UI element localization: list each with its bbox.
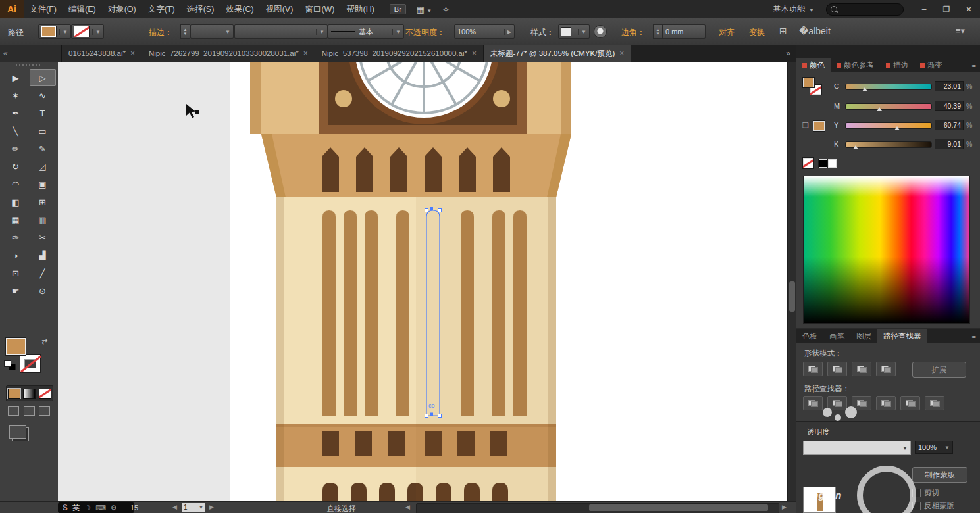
panel-menu-icon[interactable]: ≡ — [967, 329, 980, 343]
slider-handle[interactable] — [853, 145, 858, 149]
settings-icon[interactable]: ⚙ — [111, 504, 117, 512]
paintbrush-tool[interactable]: ✏ — [3, 140, 29, 157]
menu-item[interactable]: 选择(S) — [181, 0, 220, 18]
default-colors-icon[interactable] — [5, 361, 15, 370]
scissors-tool[interactable]: ✂ — [30, 229, 56, 246]
menu-item[interactable]: 对象(O) — [102, 0, 142, 18]
slider-handle[interactable] — [877, 107, 882, 111]
transform-panel-link[interactable]: 变换 — [749, 27, 765, 38]
color-mode-button[interactable] — [9, 389, 20, 398]
exclude-button[interactable] — [876, 362, 896, 376]
zoom-tool[interactable]: ⊙ — [30, 282, 56, 299]
recolor-artwork-icon[interactable] — [594, 25, 607, 38]
opacity-dropdown[interactable]: 100%▶ — [454, 24, 515, 39]
divide-button[interactable] — [803, 396, 823, 410]
pen-tool[interactable]: ✒ — [3, 105, 29, 122]
transform-grid-icon[interactable]: ⊞ — [779, 26, 787, 36]
fill-color-dropdown[interactable]: ▼ — [38, 24, 71, 39]
menu-item[interactable]: 视图(V) — [260, 0, 299, 18]
change-screen-mode-button[interactable] — [9, 425, 26, 439]
collapse-toolbar-icon[interactable]: « — [0, 45, 62, 62]
align-objects-icon[interactable]: �albeit — [799, 26, 831, 36]
search-input[interactable] — [826, 3, 904, 16]
draw-normal-button[interactable] — [8, 406, 19, 416]
rotate-tool[interactable]: ↻ — [3, 158, 29, 175]
stroke-color-swatch[interactable] — [20, 355, 40, 372]
magic-wand-tool[interactable]: ✶ — [3, 87, 29, 104]
stroke-color-dropdown[interactable]: ▼ — [71, 24, 104, 39]
magenta-slider[interactable] — [845, 103, 932, 110]
crop-button[interactable] — [876, 396, 896, 410]
lasso-tool[interactable]: ∿ — [30, 87, 56, 104]
close-button[interactable]: ✕ — [958, 0, 980, 18]
transparency-opacity-field[interactable]: 100%▼ — [915, 441, 953, 454]
clock-section[interactable] — [250, 62, 571, 134]
tab-close-icon[interactable]: × — [619, 49, 624, 58]
width-tool[interactable]: ◠ — [3, 176, 29, 193]
document-tab[interactable]: Nipic_7262799_20190920103330028031.ai* × — [142, 45, 315, 62]
top-anchor[interactable] — [430, 207, 433, 210]
panel-tab[interactable]: 画笔 — [823, 329, 850, 343]
menu-item[interactable]: 文件(F) — [24, 0, 63, 18]
white-swatch[interactable] — [828, 159, 837, 168]
direct-selection-tool[interactable]: ▷ — [30, 69, 56, 86]
slice-tool[interactable]: ╱ — [30, 264, 56, 281]
scale-tool[interactable]: ◿ — [30, 158, 56, 175]
color-spectrum[interactable] — [803, 176, 970, 324]
perspective-grid-tool[interactable]: ⊞ — [30, 193, 56, 210]
stroke-width-stepper[interactable]: ▲▼ — [180, 24, 190, 39]
make-mask-button[interactable]: 制作蒙版 — [912, 467, 967, 483]
minus-front-button[interactable] — [827, 362, 847, 376]
tab-close-icon[interactable]: × — [472, 49, 477, 58]
panel-menu-icon[interactable]: ≡ — [967, 58, 980, 72]
slider-handle[interactable] — [894, 126, 900, 130]
vertical-scrollbar[interactable] — [787, 62, 796, 501]
artboard-tool[interactable]: ⊡ — [3, 264, 29, 281]
cyan-slider[interactable] — [845, 84, 932, 90]
black-swatch[interactable] — [819, 159, 827, 168]
minus-back-button[interactable] — [925, 396, 944, 410]
horizontal-scrollbar-thumb[interactable] — [589, 504, 768, 511]
panel-fill-swatch[interactable] — [803, 78, 814, 87]
unite-button[interactable] — [803, 362, 823, 376]
prev-artboard-icon[interactable]: ◀ — [172, 504, 177, 510]
panel-tab[interactable]: 描边 — [880, 58, 914, 72]
rectangle-tool[interactable]: ▭ — [30, 122, 56, 139]
outline-button[interactable] — [900, 396, 920, 410]
panel-tab[interactable]: 色板 — [796, 329, 823, 343]
expand-button[interactable]: 扩展 — [912, 362, 966, 378]
scroll-left-icon[interactable]: ◀ — [405, 504, 410, 510]
next-artboard-icon[interactable]: ▶ — [209, 504, 214, 510]
corner-value-field[interactable]: 0 mm — [662, 24, 706, 39]
scroll-right-icon[interactable]: ▶ — [782, 504, 787, 510]
moon-icon[interactable]: ☽ — [84, 504, 91, 512]
selection-tool[interactable]: ▶ — [3, 69, 29, 86]
horizontal-scrollbar[interactable] — [416, 503, 779, 513]
draw-behind-button[interactable] — [24, 406, 35, 416]
menu-item[interactable]: 帮助(H) — [341, 0, 380, 18]
blend-tool[interactable]: ◑ — [3, 247, 29, 264]
stroke-style-dropdown[interactable]: 基本▼ — [328, 24, 404, 39]
panel-tab[interactable]: 颜色参考 — [831, 58, 880, 72]
gradient-tool[interactable]: ▥ — [30, 211, 56, 228]
arrange-documents-icon[interactable]: ▦▼ — [417, 5, 432, 14]
mesh-tool[interactable]: ▦ — [3, 211, 29, 228]
none-mode-button[interactable] — [39, 389, 51, 398]
corner-link[interactable]: 边角： — [621, 27, 645, 38]
sogou-logo-icon[interactable]: S — [63, 503, 68, 512]
panel-grip[interactable] — [16, 64, 42, 66]
pencil-tool[interactable]: ✎ — [30, 140, 56, 157]
channel-value-field[interactable]: 60.74 — [935, 120, 964, 130]
panel-tab[interactable]: 路径查找器 — [877, 329, 927, 343]
line-segment-tool[interactable]: ╲ — [3, 122, 29, 139]
stroke-panel-link[interactable]: 描边： — [149, 27, 172, 38]
tab-overflow-icon[interactable]: » — [781, 45, 796, 62]
slider-handle[interactable] — [862, 87, 867, 91]
yellow-slider[interactable] — [845, 122, 932, 129]
panel-tab[interactable]: 渐变 — [914, 58, 948, 72]
workspace-switcher[interactable]: 基本功能 ▼ — [773, 4, 814, 15]
panel-tab[interactable]: 颜色 — [796, 58, 831, 72]
document-tab[interactable]: Nipic_537398_20190929202152610000.ai* × — [315, 45, 484, 62]
gradient-mode-button[interactable] — [24, 389, 35, 398]
column-graph-tool[interactable]: ▟ — [30, 247, 56, 264]
